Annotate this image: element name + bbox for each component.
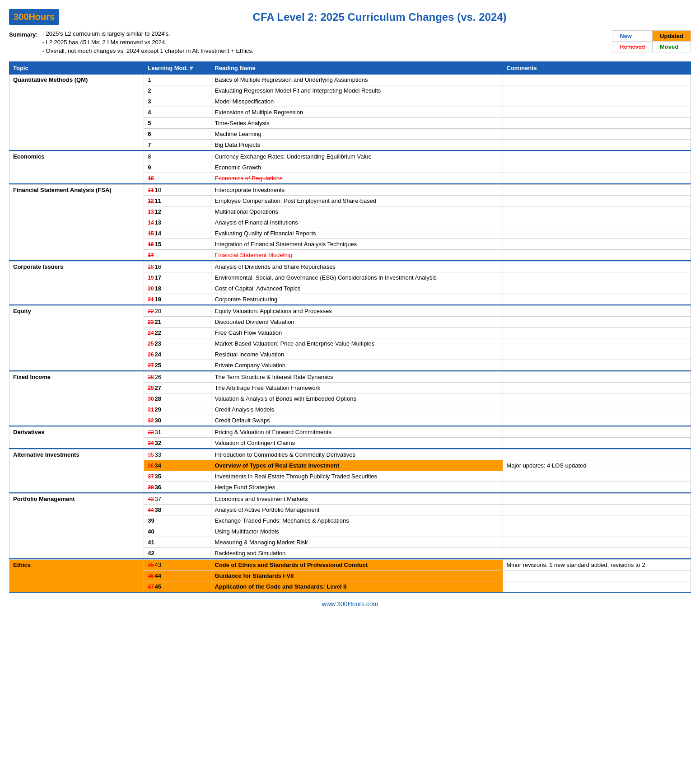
lm-cell: 2624 [144,349,211,360]
col-reading: Reading Name [211,62,503,75]
comments-cell [503,306,691,317]
lm-cell: 2220 [144,306,211,317]
lm-cell: 3028 [144,393,211,404]
comments-cell [503,129,691,140]
lm-cell: 1615 [144,239,211,250]
comments-cell [503,415,691,426]
table-row: Derivatives3331Pricing & Valuation of Fo… [9,427,691,438]
footer: www.300Hours.com [9,600,691,608]
topic-cell: Alternative Investments [9,449,144,493]
reading-cell: Economics and Investment Markets [211,494,503,505]
reading-cell: Financial Statement Modeling [211,250,503,261]
comments-cell [503,438,691,449]
reading-cell: Free Cash Flow Valuation [211,328,503,338]
comments-cell [503,505,691,515]
lm-cell: 6 [144,129,211,140]
comments-cell [503,250,691,261]
lm-cell: 17 [144,250,211,261]
comments-cell [503,85,691,96]
comments-cell [503,338,691,349]
page-title: CFA Level 2: 2025 Curriculum Changes (vs… [68,11,691,23]
reading-cell: Model Misspecification [211,96,503,107]
topic-cell: Economics [9,151,144,184]
comments-cell [503,328,691,338]
reading-cell: Machine Learning [211,129,503,140]
comments-cell [503,471,691,482]
table-row: Corporate Issuers1816Analysis of Dividen… [9,262,691,272]
comments-cell [503,571,691,581]
reading-cell: Corporate Restructuring [211,294,503,305]
legend-removed: Removed [612,42,653,52]
lm-cell: 3634 [144,460,211,471]
legend-moved: Moved [653,42,691,52]
comments-cell [503,96,691,107]
col-lm: Learning Mod. # [144,62,211,75]
lm-cell: 3 [144,96,211,107]
comments-cell [503,526,691,537]
comments-cell: Major updates: 4 LOS updated [503,460,691,471]
comments-cell [503,581,691,593]
comments-cell [503,217,691,228]
comments-cell [503,537,691,548]
lm-cell: 4 [144,107,211,118]
reading-cell: Cost of Capital: Advanced Topics [211,283,503,294]
comments-cell [503,548,691,559]
lm-cell: 40 [144,526,211,537]
lm-cell: 39 [144,515,211,526]
comments-cell [503,404,691,415]
reading-cell: Exchange-Traded Funds: Mechanics & Appli… [211,515,503,526]
lm-cell: 4745 [144,581,211,593]
reading-cell: Overview of Types of Real Estate Investm… [211,460,503,471]
table-row: Fixed Income2826The Term Structure & Int… [9,372,691,383]
lm-cell: 1514 [144,228,211,239]
summary-label: Summary: [9,30,38,54]
lm-cell: 3129 [144,404,211,415]
topic-cell: Quantitative Methods (QM) [9,75,144,151]
comments-cell [503,228,691,239]
logo-300: 300 [14,12,28,22]
comments-cell [503,140,691,151]
lm-cell: 3331 [144,427,211,438]
lm-cell: 9 [144,162,211,173]
reading-cell: Valuation of Contingent Claims [211,438,503,449]
lm-cell: 3836 [144,482,211,493]
reading-cell: Extensions of Multiple Regression [211,107,503,118]
lm-cell: 1 [144,75,211,85]
comments-cell [503,185,691,196]
comments-cell [503,294,691,305]
reading-cell: Measuring & Managing Market Risk [211,537,503,548]
lm-cell: 1312 [144,206,211,217]
main-table: Topic Learning Mod. # Reading Name Comme… [9,61,691,593]
lm-cell: 1413 [144,217,211,228]
footer-link[interactable]: www.300Hours.com [322,600,378,608]
lm-cell: 2321 [144,317,211,328]
comments-cell [503,515,691,526]
topic-cell: Derivatives [9,427,144,449]
comments-cell [503,162,691,173]
comments-cell [503,393,691,404]
lm-cell: 1211 [144,196,211,206]
lm-cell: 4337 [144,494,211,505]
lm-cell: 41 [144,537,211,548]
legend-table: New Updated Removed Moved [612,30,691,52]
comments-cell [503,262,691,272]
comments-cell [503,317,691,328]
reading-cell: Guidance for Standards I-VII [211,571,503,581]
reading-cell: Application of the Code and Standards: L… [211,581,503,593]
lm-cell: 2119 [144,294,211,305]
comments-cell [503,173,691,184]
reading-cell: Environmental, Social, and Governance (E… [211,272,503,283]
comments-cell [503,118,691,129]
reading-cell: Analysis of Dividends and Share Repurcha… [211,262,503,272]
comments-cell [503,360,691,371]
reading-cell: Economic Growth [211,162,503,173]
lm-cell: 1917 [144,272,211,283]
reading-cell: Hedge Fund Strategies [211,482,503,493]
logo: 300Hours [9,9,59,25]
reading-cell: Intercorporate Investments [211,185,503,196]
lm-cell: 2826 [144,372,211,383]
lm-cell: 4644 [144,571,211,581]
reading-cell: Integration of Financial Statement Analy… [211,239,503,250]
comments-cell [503,151,691,162]
table-row: Ethics4543Code of Ethics and Standards o… [9,560,691,571]
